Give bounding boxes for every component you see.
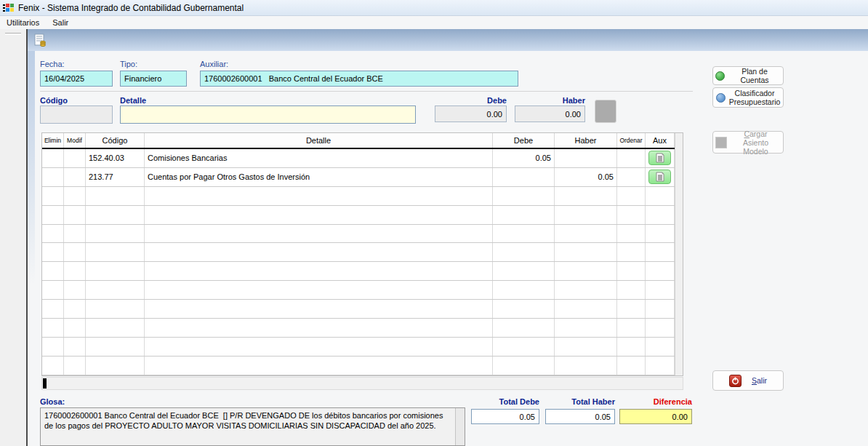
table-row <box>42 206 675 225</box>
glosa-text: 1760002600001 Banco Central del Ecuador … <box>41 408 455 445</box>
fecha-field[interactable]: 16/04/2025 <box>40 71 113 87</box>
tipo-label: Tipo: <box>120 60 137 68</box>
menu-bar: Utilitarios Salir <box>0 16 868 29</box>
grid-horizontal-scrollbar[interactable] <box>41 377 683 390</box>
codigo-label: Código <box>40 96 68 105</box>
glosa-textarea[interactable]: 1760002600001 Banco Central del Ecuador … <box>40 407 465 446</box>
plan-de-cuentas-label: Plan de Cuentas <box>728 67 781 84</box>
table-row <box>42 262 675 281</box>
col-header-elimin[interactable]: Elimin <box>42 133 64 148</box>
debe-input[interactable]: 0.00 <box>435 105 507 122</box>
col-header-modif[interactable]: Modif <box>64 133 86 148</box>
menu-utilitarios[interactable]: Utilitarios <box>0 17 46 28</box>
section-divider <box>40 91 693 92</box>
table-row[interactable]: 152.40.03Comisiones Bancarias0.05 <box>42 149 675 168</box>
menu-salir[interactable]: Salir <box>46 17 75 28</box>
gray-square-icon <box>715 137 727 148</box>
title-bar: Fenix - Sistema Integrado de Contabilida… <box>0 0 868 16</box>
col-header-debe[interactable]: Debe <box>493 133 555 148</box>
app-window-icon <box>3 3 15 13</box>
aux-document-button[interactable] <box>648 151 671 165</box>
auxiliar-field[interactable]: 1760002600001 Banco Central del Ecuador … <box>200 71 518 87</box>
col-header-haber[interactable]: Haber <box>555 133 617 148</box>
table-row[interactable]: 213.77Cuentas por Pagar Otros Gastos de … <box>42 168 675 187</box>
debe-label: Debe <box>435 96 507 105</box>
table-row <box>42 319 675 338</box>
col-header-detalle[interactable]: Detalle <box>145 133 493 148</box>
scrollbar-thumb[interactable] <box>43 378 47 389</box>
col-header-codigo[interactable]: Código <box>86 133 145 148</box>
ledger-document-icon[interactable] <box>33 33 47 50</box>
left-fade-decor <box>28 51 35 284</box>
col-header-aux[interactable]: Aux <box>646 133 675 148</box>
aux-document-button[interactable] <box>648 170 671 184</box>
grid-vertical-scrollbar[interactable] <box>675 133 683 375</box>
haber-input[interactable]: 0.00 <box>515 105 585 122</box>
main-form: Fecha: 16/04/2025 Tipo: Financiero Auxil… <box>26 29 868 446</box>
detalle-label: Detalle <box>120 96 146 105</box>
entries-grid: Elimin Modif Código Detalle Debe Haber O… <box>41 132 683 376</box>
green-sphere-icon <box>715 71 725 81</box>
grid-body: 152.40.03Comisiones Bancarias0.05213.77C… <box>42 149 675 375</box>
window-title: Fenix - Sistema Integrado de Contabilida… <box>18 3 244 13</box>
codigo-input[interactable] <box>40 105 113 124</box>
table-row <box>42 338 675 357</box>
haber-label: Haber <box>515 96 585 105</box>
table-row <box>42 300 675 319</box>
diferencia-label: Diferencia <box>619 397 692 406</box>
table-row <box>42 357 675 375</box>
add-entry-button[interactable] <box>595 100 616 123</box>
total-haber-label: Total Haber <box>545 397 615 406</box>
clasificador-presupuestario-button[interactable]: Clasificador Presupuestario <box>712 87 784 108</box>
toolbar-band <box>28 29 868 51</box>
total-debe-label: Total Debe <box>471 397 539 406</box>
col-header-ordenar[interactable]: Ordenar <box>617 133 646 148</box>
blue-sphere-icon <box>716 93 726 103</box>
table-row <box>42 187 675 206</box>
fecha-label: Fecha: <box>40 60 65 68</box>
glosa-scrollbar[interactable] <box>455 408 465 445</box>
glosa-label: Glosa: <box>40 397 65 406</box>
panel-grip-handle[interactable] <box>5 33 21 35</box>
total-haber-field: 0.05 <box>545 409 615 424</box>
left-collapsed-panel[interactable] <box>0 29 26 446</box>
clasificador-label: Clasificador Presupuestario <box>729 89 781 106</box>
grid-header: Elimin Modif Código Detalle Debe Haber O… <box>42 133 675 149</box>
table-row <box>42 281 675 300</box>
table-row <box>42 225 675 244</box>
cargar-asiento-modelo-button[interactable]: Cargar Asiento Modelo <box>712 131 784 154</box>
total-debe-field: 0.05 <box>471 409 539 424</box>
salir-label: Salir <box>752 376 767 385</box>
table-row <box>42 243 675 262</box>
cargar-label: Cargar Asiento Modelo <box>731 130 781 156</box>
power-icon <box>729 375 742 387</box>
tipo-field[interactable]: Financiero <box>120 71 187 87</box>
plan-de-cuentas-button[interactable]: Plan de Cuentas <box>712 66 784 85</box>
diferencia-field: 0.00 <box>619 409 692 424</box>
detalle-input[interactable] <box>120 105 416 124</box>
salir-button[interactable]: Salir <box>712 370 784 391</box>
auxiliar-label: Auxiliar: <box>200 60 228 68</box>
